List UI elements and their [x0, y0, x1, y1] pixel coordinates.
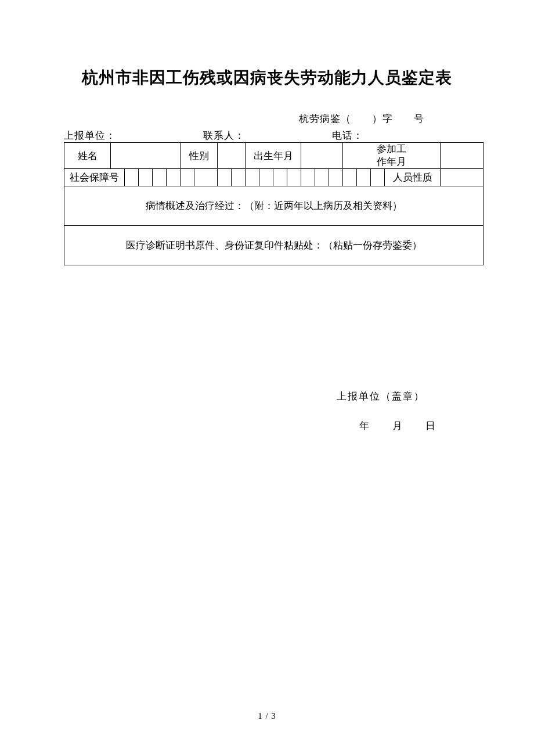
row-ssn: 社会保障号 人员性质: [64, 169, 484, 186]
ssn-digit-13[interactable]: [301, 169, 315, 186]
person-type-field[interactable]: [441, 169, 484, 186]
ssn-digit-6[interactable]: [194, 169, 218, 186]
phone-label: 电话：: [332, 129, 470, 142]
ssn-digit-18[interactable]: [371, 169, 385, 186]
row-basic-info: 姓名 性别 出生年月 参加工作年月: [64, 143, 484, 169]
person-type-label: 人员性质: [385, 169, 441, 186]
name-label: 姓名: [64, 143, 111, 169]
ssn-digit-17[interactable]: [357, 169, 371, 186]
contact-label: 联系人：: [203, 129, 332, 142]
page-title: 杭州市非因工伤残或因病丧失劳动能力人员鉴定表: [64, 67, 470, 89]
ssn-label: 社会保障号: [64, 169, 125, 186]
birth-field[interactable]: [301, 143, 343, 169]
form-table: 姓名 性别 出生年月 参加工作年月 社会保障号: [64, 142, 484, 265]
ssn-digit-4[interactable]: [167, 169, 181, 186]
ssn-digit-14[interactable]: [315, 169, 329, 186]
stamp-label: 上报单位（盖章）: [300, 390, 462, 403]
ssn-digit-16[interactable]: [343, 169, 357, 186]
ssn-digit-1[interactable]: [125, 169, 139, 186]
ssn-digit-9[interactable]: [246, 169, 259, 186]
ssn-digit-8[interactable]: [232, 169, 246, 186]
condition-heading: 病情概述及治疗经过：（附：近两年以上病历及相关资料）: [75, 199, 472, 213]
work-date-label: 参加工作年月: [343, 143, 441, 169]
work-date-field[interactable]: [441, 143, 484, 169]
report-unit-label: 上报单位：: [64, 129, 203, 142]
row-attachment: 医疗诊断证明书原件、身份证复印件粘贴处：（粘贴一份存劳鉴委）: [64, 226, 484, 265]
birth-label: 出生年月: [246, 143, 301, 169]
gender-field[interactable]: [218, 143, 246, 169]
ssn-digit-2[interactable]: [139, 169, 153, 186]
row-condition: 病情概述及治疗经过：（附：近两年以上病历及相关资料） 上报单位（盖章） 年月日: [64, 186, 484, 226]
ssn-digit-15[interactable]: [329, 169, 343, 186]
ssn-digit-7[interactable]: [218, 169, 232, 186]
ssn-digit-11[interactable]: [273, 169, 287, 186]
header-line: 上报单位： 联系人： 电话：: [64, 129, 470, 142]
ssn-digit-5[interactable]: [181, 169, 194, 186]
date-line: 年月日: [300, 419, 462, 433]
document-number: 杭劳病鉴（ ）字 号: [64, 112, 470, 125]
gender-label: 性别: [181, 143, 218, 169]
ssn-digit-10[interactable]: [259, 169, 273, 186]
page-number: 1 / 3: [0, 711, 534, 721]
attachment-heading: 医疗诊断证明书原件、身份证复印件粘贴处：（粘贴一份存劳鉴委）: [75, 239, 472, 252]
ssn-digit-3[interactable]: [153, 169, 167, 186]
name-field[interactable]: [111, 143, 181, 169]
ssn-digit-12[interactable]: [287, 169, 301, 186]
